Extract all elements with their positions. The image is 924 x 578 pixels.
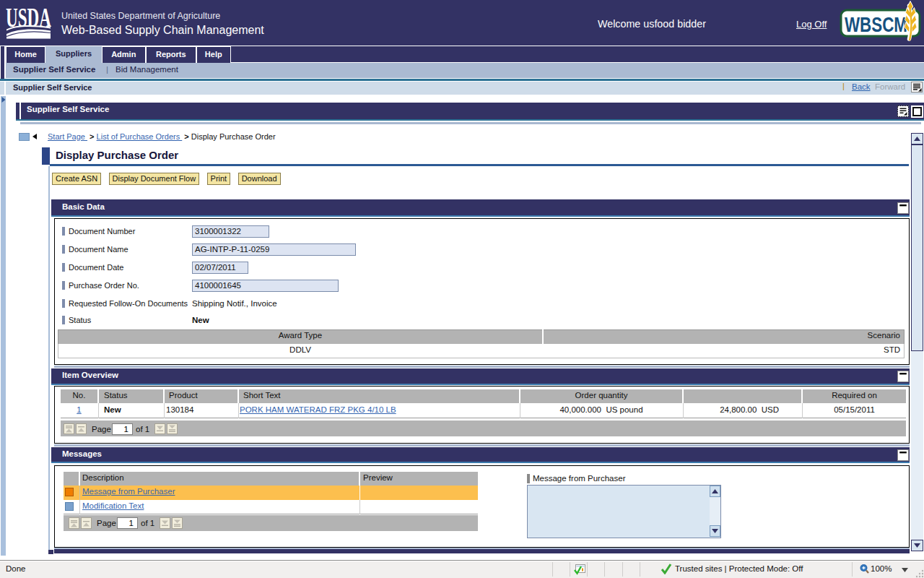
svg-text:WBSCM: WBSCM	[845, 13, 907, 36]
svg-text:USDA: USDA	[6, 7, 51, 33]
